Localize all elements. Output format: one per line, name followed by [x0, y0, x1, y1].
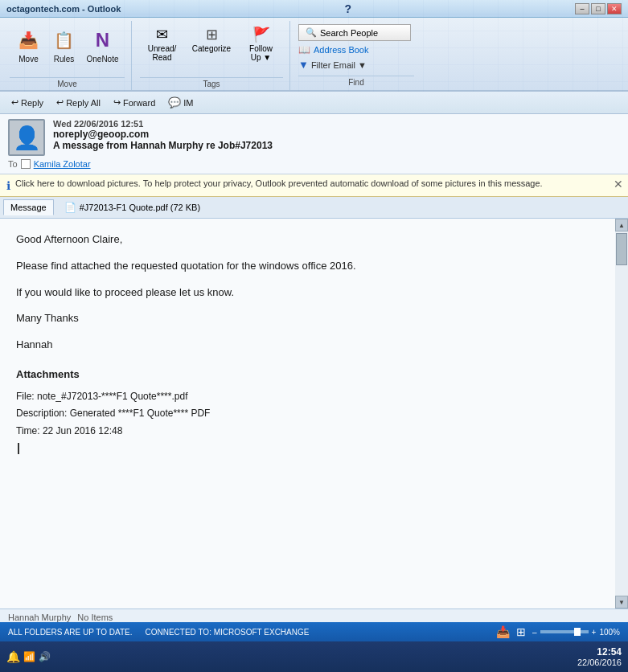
window-controls: – □ ✕ — [575, 3, 622, 14]
title-bar: octagontech.com - Outlook ? – □ ✕ — [0, 0, 628, 18]
scroll-up-button[interactable]: ▲ — [615, 219, 628, 232]
main-content: ↩ Reply ↩ Reply All ↪ Forward 💬 IM 👤 Wed… — [0, 92, 628, 625]
email-to-row: To Kamila Zolotar — [8, 159, 620, 169]
followup-label: FollowUp ▼ — [249, 44, 273, 62]
move-section-label: Move — [10, 77, 125, 90]
filter-email-button[interactable]: ▼ Filter Email ▼ — [298, 57, 414, 72]
tab-attachment-label: #J72013-F1 Quote.pdf (72 KB) — [80, 203, 200, 212]
categorize-icon: ⊞ — [206, 27, 218, 44]
search-people-button[interactable]: 🔍 Search People — [298, 24, 411, 41]
taskbar-right: 12:54 22/06/2016 — [577, 646, 622, 667]
im-button[interactable]: 💬 IM — [163, 95, 198, 110]
reply-label: Reply — [21, 98, 43, 108]
address-book-link[interactable]: 📖 Address Book — [298, 43, 414, 57]
privacy-close-button[interactable]: ✕ — [614, 178, 623, 191]
unread-icon: ✉ — [156, 27, 168, 44]
move-label: Move — [18, 55, 38, 64]
onenote-icon: N — [90, 27, 116, 53]
footer-author: Hannah Murphy — [8, 613, 71, 622]
reply-button[interactable]: ↩ Reply — [6, 96, 48, 109]
reply-all-button[interactable]: ↩ Reply All — [51, 96, 105, 109]
email-signature: Hannah — [16, 337, 609, 354]
taskbar-icon-1: 🔔 — [6, 650, 20, 663]
forward-icon: ↪ — [113, 97, 121, 108]
rules-button[interactable]: 📋 Rules — [47, 26, 80, 65]
close-button[interactable]: ✕ — [607, 3, 622, 14]
reply-all-icon: ↩ — [56, 97, 64, 108]
rules-icon: 📋 — [51, 27, 76, 53]
attachment-detail: File: note_#J72013-****F1 Quote****.pdf … — [16, 388, 609, 440]
taskbar: 🔔 📶 🔊 12:54 22/06/2016 — [0, 641, 628, 672]
time-line: Time: 22 Jun 2016 12:48 — [16, 423, 609, 440]
email-header-row: 👤 Wed 22/06/2016 12:51 noreply@geoop.com… — [8, 119, 620, 156]
onenote-label: OneNote — [86, 55, 118, 64]
email-from[interactable]: noreply@geoop.com — [53, 129, 620, 140]
zoom-minus-button[interactable]: – — [532, 628, 537, 637]
reply-all-label: Reply All — [66, 98, 101, 108]
connection-status: CONNECTED TO: MICROSOFT EXCHANGE — [146, 628, 310, 637]
email-para1: Please find attached the requested quota… — [16, 258, 609, 275]
ribbon: 📥 Move 📋 Rules N OneNote Move ✉ Unread — [0, 18, 628, 92]
ribbon-section-move: 📥 Move 📋 Rules N OneNote Move — [3, 21, 132, 90]
restore-button[interactable]: □ — [591, 3, 605, 14]
ribbon-section-find: 🔍 Search People 📖 Address Book ▼ Filter … — [292, 21, 421, 90]
im-label: IM — [183, 98, 193, 108]
taskbar-icon-2: 📶 — [23, 651, 35, 662]
privacy-text[interactable]: Click here to download pictures. To help… — [15, 178, 622, 188]
minimize-button[interactable]: – — [575, 3, 589, 14]
unread-label: Unread/Read — [148, 44, 177, 62]
zoom-thumb[interactable] — [574, 628, 581, 636]
move-button[interactable]: 📥 Move — [12, 26, 44, 65]
find-section-label: Find — [298, 76, 414, 88]
sender-avatar: 👤 — [8, 119, 45, 156]
tags-section-label: Tags — [140, 77, 283, 90]
email-body-container: Good Afternoon Claire, Please find attac… — [0, 219, 628, 608]
app-title: octagontech.com - Outlook — [6, 4, 121, 14]
address-book-label: Address Book — [314, 45, 368, 55]
all-folders-status: ALL FOLDERS ARE UP TO DATE. — [8, 628, 133, 637]
tab-attachment[interactable]: 📄 #J72013-F1 Quote.pdf (72 KB) — [57, 199, 207, 216]
search-icon: 🔍 — [306, 27, 317, 38]
attachment-tabs: Message 📄 #J72013-F1 Quote.pdf (72 KB) — [0, 197, 628, 219]
help-button[interactable]: ? — [344, 2, 351, 15]
scroll-track[interactable] — [615, 232, 628, 596]
pdf-icon: 📄 — [64, 202, 76, 213]
status-bar: ALL FOLDERS ARE UP TO DATE. CONNECTED TO… — [0, 622, 628, 641]
scroll-thumb[interactable] — [616, 233, 627, 265]
forward-label: Forward — [123, 98, 155, 108]
taskbar-date: 22/06/2016 — [577, 658, 622, 667]
followup-icon: 🚩 — [252, 27, 270, 44]
zoom-slider[interactable] — [540, 630, 589, 633]
filter-email-label: Filter Email — [311, 60, 355, 70]
email-para2: If you would like to proceed please let … — [16, 285, 609, 301]
attachment-title: Attachments — [16, 367, 609, 383]
tab-message[interactable]: Message — [3, 199, 54, 215]
categorize-button[interactable]: ⊞ Categorize — [187, 26, 236, 54]
unread-button[interactable]: ✉ Unread/Read — [140, 26, 184, 63]
zoom-plus-button[interactable]: + — [592, 628, 597, 637]
info-icon: ℹ — [6, 179, 10, 192]
zoom-level: 100% — [599, 628, 620, 637]
scroll-down-button[interactable]: ▼ — [615, 596, 628, 608]
forward-button[interactable]: ↪ Forward — [109, 96, 160, 109]
taskbar-icons: 🔔 📶 🔊 — [6, 650, 51, 663]
reply-icon: ↩ — [11, 97, 18, 108]
tags-buttons: ✉ Unread/Read ⊞ Categorize 🚩 FollowUp ▼ — [140, 23, 283, 77]
zoom-bar: – + 100% — [532, 628, 620, 637]
followup-button[interactable]: 🚩 FollowUp ▼ — [239, 26, 283, 63]
to-label: To — [8, 159, 18, 169]
scrollbar[interactable]: ▲ ▼ — [615, 219, 628, 608]
taskbar-time: 12:54 — [577, 646, 622, 658]
onenote-button[interactable]: N OneNote — [83, 26, 121, 65]
to-name[interactable]: Kamila Zolotar — [34, 159, 91, 169]
inbox-icon: 📥 — [496, 625, 510, 638]
desc-line: Description: Generated ****F1 Quote**** … — [16, 405, 609, 423]
filter-icon: ▼ — [298, 59, 309, 71]
footer-status: No Items — [77, 613, 113, 622]
status-right: 📥 ⊞ – + 100% — [496, 625, 620, 638]
grid-icon: ⊞ — [516, 625, 526, 638]
email-datetime: Wed 22/06/2016 12:51 — [53, 119, 620, 129]
connected-label: CONNECTED TO: MICROSOFT EXCHANGE — [146, 628, 310, 637]
to-checkbox[interactable] — [21, 159, 31, 169]
move-buttons: 📥 Move 📋 Rules N OneNote — [12, 23, 121, 77]
